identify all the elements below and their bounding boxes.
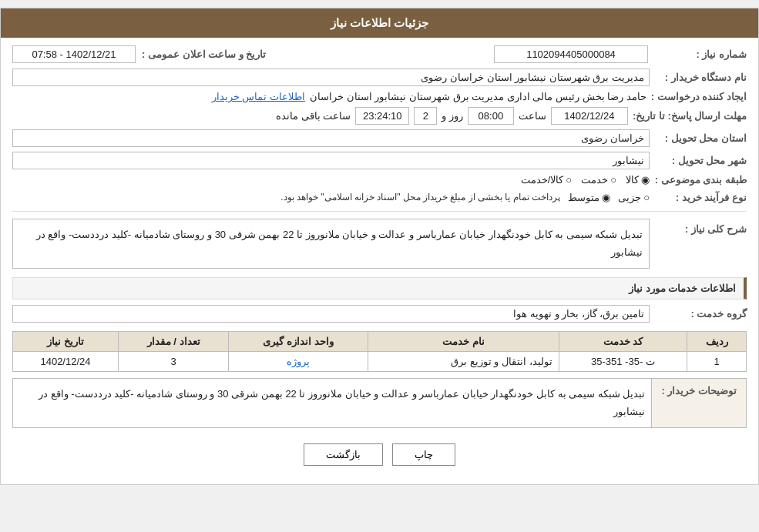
- city-value: نیشابور: [12, 152, 650, 169]
- category-label: طبقه بندی موضوعی :: [654, 174, 747, 186]
- purchase-type-mottaset-item: ◉ متوسط: [568, 192, 610, 203]
- category-kala-khadamat-item: ○ کالا/خدمت: [521, 174, 572, 186]
- creator-label: ایجاد کننده درخواست :: [651, 91, 747, 102]
- table-row: 1 ت -35- 351-35 تولید، انتقال و توزیع بر…: [13, 351, 747, 371]
- cell-service-name: تولید، انتقال و توزیع برق: [368, 351, 559, 371]
- deadline-label: مهلت ارسال پاسخ: تا تاریخ:: [633, 110, 747, 122]
- col-header-service-name: نام خدمت: [368, 331, 559, 351]
- creator-link[interactable]: اطلاعات تماس خریدار: [212, 91, 305, 102]
- category-khadamat-item: ○ خدمت: [581, 174, 616, 186]
- col-header-need-date: تاریخ نیاز: [13, 331, 119, 351]
- deadline-date: 1402/12/24: [551, 107, 628, 125]
- creator-value-area: حامد رضا بخش رئیس مالی اداری مدیریت برق …: [12, 91, 646, 102]
- announce-date-value: 1402/12/21 - 07:58: [12, 45, 136, 63]
- radio-khadamat-icon: ○: [610, 174, 616, 186]
- deadline-remaining: 23:24:10: [355, 107, 409, 125]
- cell-unit: پروژه: [229, 351, 368, 371]
- cell-need-date: 1402/12/24: [13, 351, 119, 371]
- category-kala-item: ◉ کالا: [626, 174, 650, 186]
- page-wrapper: جزئیات اطلاعات نیاز شماره نیاز : 1102094…: [0, 8, 759, 485]
- col-header-quantity: تعداد / مقدار: [119, 331, 229, 351]
- purchase-type-label: نوع فرآیند خرید :: [654, 192, 747, 203]
- need-number-value: 1102094405000084: [494, 45, 648, 63]
- deadline-remaining-label: ساعت باقی مانده: [276, 110, 351, 122]
- purchase-type-area: ○ جزیی ◉ متوسط پرداخت تمام یا بخشی از مب…: [12, 190, 650, 204]
- main-content: شماره نیاز : 1102094405000084 تاریخ و سا…: [1, 38, 758, 484]
- radio-jozii-icon: ○: [643, 192, 650, 203]
- services-table: ردیف کد خدمت نام خدمت واحد اندازه گیری ت…: [12, 331, 747, 372]
- province-label: استان محل تحویل :: [654, 132, 747, 144]
- cell-row-num: 1: [687, 351, 747, 371]
- service-group-row: گروه خدمت : تامین برق، گاز، بخار و تهویه…: [12, 303, 747, 325]
- service-group-label: گروه خدمت :: [654, 308, 747, 320]
- buyer-desc-content: تبدیل شبکه سیمی به کابل خودنگهدار خیابان…: [13, 379, 651, 427]
- radio-kala-khadamat-icon: ○: [566, 174, 572, 186]
- page-header: جزئیات اطلاعات نیاز: [1, 8, 758, 38]
- services-section-title: اطلاعات خدمات مورد نیاز: [12, 277, 747, 299]
- divider-1: [12, 211, 747, 212]
- category-khadamat: خدمت: [581, 174, 608, 186]
- category-radio-group: ○ کالا/خدمت ○ خدمت ◉ کالا: [521, 174, 650, 186]
- buttons-row: چاپ بازگشت: [12, 433, 747, 477]
- purchase-type-jozii-item: ○ جزیی: [618, 192, 650, 203]
- category-kala: کالا: [626, 174, 639, 186]
- city-label: شهر محل تحویل :: [654, 155, 747, 166]
- top-row: شماره نیاز : 1102094405000084 تاریخ و سا…: [12, 45, 747, 63]
- purchase-type-row: نوع فرآیند خرید : ○ جزیی ◉ متوسط پرداخت …: [12, 188, 747, 206]
- deadline-row: مهلت ارسال پاسخ: تا تاریخ: 1402/12/24 سا…: [12, 105, 747, 127]
- need-description-value: تبدیل شبکه سیمی به کابل خودنگهدار خیابان…: [12, 219, 650, 269]
- deadline-days: 2: [414, 107, 437, 125]
- creator-value: حامد رضا بخش رئیس مالی اداری مدیریت برق …: [310, 91, 646, 102]
- back-button[interactable]: بازگشت: [304, 443, 383, 466]
- buyer-desc-row: توضیحات خریدار : تبدیل شبکه سیمی به کابل…: [12, 378, 747, 428]
- province-row: استان محل تحویل : خراسان رضوی: [12, 127, 747, 149]
- buyer-org-label: نام دستگاه خریدار :: [654, 72, 747, 83]
- category-row: طبقه بندی موضوعی : ○ کالا/خدمت ○ خدمت ◉ …: [12, 172, 747, 188]
- deadline-values: 1402/12/24 ساعت 08:00 روز و 2 23:24:10 س…: [12, 107, 628, 125]
- purchase-type-jozii: جزیی: [618, 192, 641, 203]
- deadline-days-label: روز و: [442, 110, 463, 122]
- radio-mottaset-icon: ◉: [602, 192, 610, 203]
- buyer-org-row: نام دستگاه خریدار : مدیریت برق شهرستان ن…: [12, 66, 747, 89]
- buyer-desc-label: توضیحات خریدار :: [651, 379, 746, 427]
- print-button[interactable]: چاپ: [392, 443, 455, 466]
- deadline-time-label: ساعت: [519, 110, 546, 122]
- col-header-row-num: ردیف: [687, 331, 747, 351]
- buyer-org-value: مدیریت برق شهرستان نیشابور استان خراسان …: [12, 69, 650, 86]
- need-description-label: شرح کلی نیاز :: [654, 219, 747, 235]
- col-header-service-code: کد خدمت: [559, 331, 687, 351]
- deadline-time: 08:00: [468, 107, 514, 125]
- radio-kala-icon: ◉: [641, 174, 650, 186]
- need-description-row: شرح کلی نیاز : تبدیل شبکه سیمی به کابل خ…: [12, 216, 747, 271]
- page-title: جزئیات اطلاعات نیاز: [331, 16, 428, 29]
- city-row: شهر محل تحویل : نیشابور: [12, 149, 747, 172]
- purchase-type-note: پرداخت تمام یا بخشی از مبلغ خریداز محل "…: [280, 190, 560, 204]
- service-group-value: تامین برق، گاز، بخار و تهویه هوا: [12, 305, 650, 323]
- cell-quantity: 3: [119, 351, 229, 371]
- need-number-label: شماره نیاز :: [654, 49, 747, 60]
- creator-row: ایجاد کننده درخواست : حامد رضا بخش رئیس …: [12, 89, 747, 105]
- category-kala-khadamat: کالا/خدمت: [521, 174, 564, 186]
- purchase-type-mottaset: متوسط: [568, 192, 599, 203]
- col-header-unit: واحد اندازه گیری: [229, 331, 368, 351]
- cell-service-code: ت -35- 351-35: [559, 351, 687, 371]
- province-value: خراسان رضوی: [12, 129, 650, 147]
- announce-date-label: تاریخ و ساعت اعلان عمومی :: [142, 49, 266, 60]
